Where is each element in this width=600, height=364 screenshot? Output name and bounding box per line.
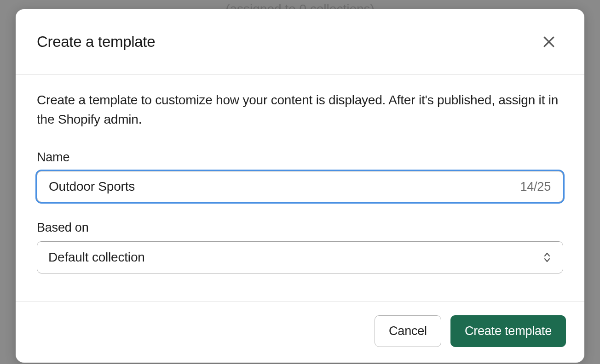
modal-body: Create a template to customize how your …	[16, 75, 584, 301]
modal-footer: Cancel Create template	[16, 301, 584, 363]
cancel-button[interactable]: Cancel	[375, 315, 441, 347]
based-on-value: Default collection	[37, 242, 563, 273]
create-template-button[interactable]: Create template	[450, 315, 566, 347]
name-input-wrapper: 14/25	[37, 171, 563, 202]
char-count: 14/25	[520, 180, 551, 194]
name-input[interactable]	[39, 173, 561, 200]
modal-description: Create a template to customize how your …	[37, 91, 563, 129]
name-label: Name	[37, 150, 563, 165]
based-on-select[interactable]: Default collection	[37, 241, 563, 273]
modal-title: Create a template	[37, 33, 155, 51]
modal-header: Create a template	[16, 9, 584, 75]
close-button[interactable]	[539, 32, 559, 51]
create-template-modal: Create a template Create a template to c…	[16, 9, 584, 363]
close-icon	[541, 34, 557, 50]
based-on-label: Based on	[37, 221, 563, 235]
